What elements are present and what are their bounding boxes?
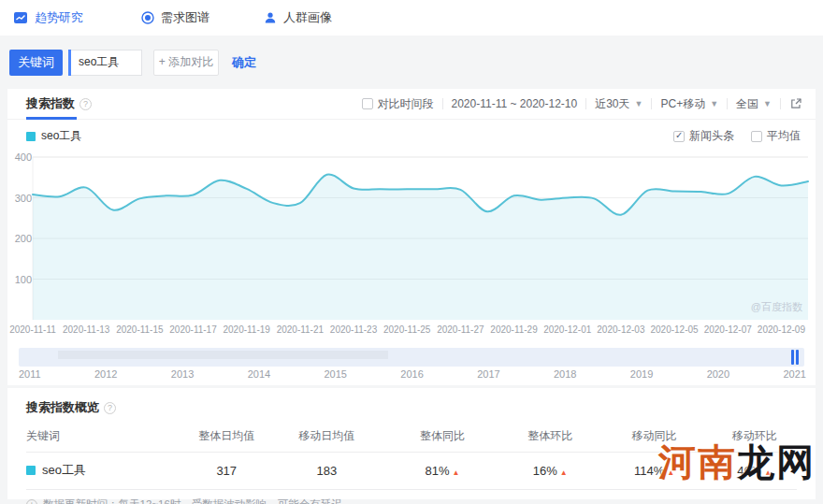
mobile-daily-avg-value: 183 bbox=[273, 453, 381, 490]
trend-chart-svg bbox=[7, 152, 816, 321]
x-tick-label: 2020-11-19 bbox=[223, 324, 269, 335]
overlay-toggles: 新闻头条 平均值 bbox=[673, 128, 801, 144]
timeline-slider[interactable] bbox=[19, 348, 804, 367]
news-headline-toggle[interactable]: 新闻头条 bbox=[673, 128, 734, 144]
divider bbox=[651, 98, 652, 109]
x-tick-label: 2020-12-01 bbox=[543, 324, 591, 335]
confirm-button[interactable]: 确定 bbox=[232, 54, 256, 71]
keyword-input[interactable] bbox=[71, 50, 142, 76]
chart-toolbar: 对比时间段 2020-11-11 ~ 2020-12-10 近30天 ▼ PC+… bbox=[362, 96, 802, 112]
radio-dot-icon bbox=[141, 11, 154, 24]
legend-row: seo工具 新闻头条 平均值 bbox=[7, 120, 816, 152]
col-overall-yoy: 整体同比 bbox=[381, 422, 504, 453]
tab-search-index[interactable]: 搜索指数 bbox=[26, 95, 92, 112]
compare-period-label: 对比时间段 bbox=[378, 96, 434, 112]
x-tick-label: 2020-11-27 bbox=[437, 324, 484, 335]
region-value: 全国 bbox=[736, 96, 758, 112]
date-range-picker[interactable]: 2020-11-11 ~ 2020-12-10 bbox=[452, 97, 578, 110]
nav-trend-research[interactable]: 趋势研究 bbox=[13, 9, 83, 26]
timeline-year-label: 2019 bbox=[630, 368, 653, 380]
x-tick-label: 2020-11-29 bbox=[490, 324, 537, 335]
x-tick-label: 2020-11-13 bbox=[63, 324, 109, 335]
time-range-select[interactable]: 近30天 ▼ bbox=[595, 96, 643, 112]
device-select[interactable]: PC+移动 ▼ bbox=[660, 96, 718, 112]
mobile-yoy-value: 114% bbox=[634, 464, 664, 478]
add-compare-button[interactable]: + 添加对比 bbox=[153, 50, 219, 76]
nav-audience-profile-label: 人群画像 bbox=[283, 9, 332, 26]
checkbox-icon[interactable] bbox=[751, 131, 762, 142]
device-value: PC+移动 bbox=[660, 96, 705, 112]
overview-table: 关键词 整体日均值 移动日均值 整体同比 整体环比 移动同比 移动环比 seo工… bbox=[26, 422, 797, 490]
nav-demand-map-label: 需求图谱 bbox=[161, 9, 209, 26]
legend-label: seo工具 bbox=[41, 128, 81, 144]
keyword-button[interactable]: 关键词 bbox=[9, 50, 63, 76]
timeline-year-label: 2018 bbox=[554, 368, 576, 380]
up-arrow-icon: ▲ bbox=[764, 468, 772, 477]
nav-audience-profile[interactable]: 人群画像 bbox=[264, 9, 332, 26]
tab-row: 搜索指数 对比时间段 2020-11-11 ~ 2020-12-10 近30天 … bbox=[7, 89, 816, 120]
checkbox-icon[interactable] bbox=[362, 98, 373, 109]
average-label: 平均值 bbox=[767, 128, 801, 144]
col-overall-mom: 整体环比 bbox=[504, 422, 597, 453]
chevron-down-icon: ▼ bbox=[635, 99, 643, 108]
search-index-card: 搜索指数 对比时间段 2020-11-11 ~ 2020-12-10 近30天 … bbox=[7, 89, 816, 385]
y-tick-label: 300 bbox=[7, 193, 32, 204]
checkbox-icon[interactable] bbox=[673, 131, 685, 142]
overall-daily-avg-value: 317 bbox=[180, 453, 273, 490]
footnote-text: 数据更新时间：每天12~16时，受数据波动影响，可能会有延迟。 bbox=[43, 497, 353, 504]
trend-chart: 400300200100 @百度指数 bbox=[7, 152, 816, 321]
region-select[interactable]: 全国 ▼ bbox=[736, 96, 772, 112]
col-mobile-yoy: 移动同比 bbox=[597, 422, 713, 453]
keyword-cell: seo工具 bbox=[26, 462, 180, 479]
x-tick-label: 2020-12-05 bbox=[650, 324, 698, 335]
top-nav: 趋势研究 需求图谱 人群画像 bbox=[0, 0, 823, 36]
mobile-mom-value: 46% bbox=[737, 464, 761, 478]
divider bbox=[442, 98, 443, 109]
x-tick-label: 2020-11-25 bbox=[383, 324, 430, 335]
share-export-icon[interactable] bbox=[789, 97, 802, 110]
x-tick-label: 2020-11-15 bbox=[116, 324, 163, 335]
x-tick-label: 2020-11-23 bbox=[330, 324, 377, 335]
compare-period-checkbox[interactable]: 对比时间段 bbox=[362, 96, 434, 112]
date-range-value: 2020-11-11 ~ 2020-12-10 bbox=[452, 97, 578, 110]
y-tick-label: 100 bbox=[7, 274, 32, 285]
nav-demand-map[interactable]: 需求图谱 bbox=[141, 9, 209, 26]
nav-trend-research-label: 趋势研究 bbox=[35, 9, 83, 26]
data-update-footnote: 数据更新时间：每天12~16时，受数据波动影响，可能会有延迟。 bbox=[26, 497, 797, 504]
chevron-down-icon: ▼ bbox=[710, 99, 718, 108]
help-icon[interactable] bbox=[104, 402, 116, 414]
help-icon[interactable] bbox=[79, 98, 92, 110]
timeline-year-label: 2016 bbox=[400, 368, 423, 380]
y-tick-label: 200 bbox=[7, 233, 32, 244]
time-range-value: 近30天 bbox=[595, 96, 629, 112]
y-tick-label: 400 bbox=[7, 151, 32, 163]
table-header-row: 关键词 整体日均值 移动日均值 整体同比 整体环比 移动同比 移动环比 bbox=[26, 422, 797, 453]
up-arrow-icon: ▲ bbox=[453, 468, 460, 477]
x-tick-label: 2020-12-03 bbox=[597, 324, 644, 335]
timeline-year-label: 2021 bbox=[783, 368, 805, 380]
overview-card: 搜索指数概览 关键词 整体日均值 移动日均值 整体同比 整体环比 移动同比 移动… bbox=[7, 388, 816, 499]
slider-preview bbox=[58, 351, 388, 359]
timeline-year-label: 2011 bbox=[19, 368, 41, 380]
average-toggle[interactable]: 平均值 bbox=[751, 128, 801, 144]
up-arrow-icon: ▲ bbox=[667, 468, 674, 477]
col-overall-daily-avg: 整体日均值 bbox=[180, 422, 273, 453]
x-axis-labels: 2020-11-112020-11-132020-11-152020-11-17… bbox=[7, 321, 816, 339]
x-tick-label: 2020-11-11 bbox=[9, 324, 56, 335]
x-tick-label: 2020-12-07 bbox=[704, 324, 752, 335]
search-bar: 关键词 + 添加对比 确定 bbox=[0, 36, 823, 89]
col-mobile-daily-avg: 移动日均值 bbox=[273, 422, 381, 453]
timeline-year-label: 2015 bbox=[324, 368, 346, 380]
col-keyword: 关键词 bbox=[26, 422, 180, 453]
table-row: seo工具 317 183 81%▲ 16%▲ 114%▲ 46%▲ bbox=[26, 453, 797, 490]
timeline-year-label: 2017 bbox=[477, 368, 499, 380]
x-tick-label: 2020-11-17 bbox=[169, 324, 216, 335]
legend-item-seo[interactable]: seo工具 bbox=[26, 128, 81, 144]
up-arrow-icon: ▲ bbox=[560, 468, 568, 477]
timeline-year-label: 2013 bbox=[171, 368, 194, 380]
tab-search-index-label: 搜索指数 bbox=[26, 95, 75, 112]
chevron-down-icon: ▼ bbox=[763, 99, 772, 108]
slider-handle[interactable] bbox=[791, 350, 799, 365]
timeline-years: 2011201220132014201520162017201820192020… bbox=[19, 368, 806, 380]
news-headline-label: 新闻头条 bbox=[689, 128, 734, 144]
